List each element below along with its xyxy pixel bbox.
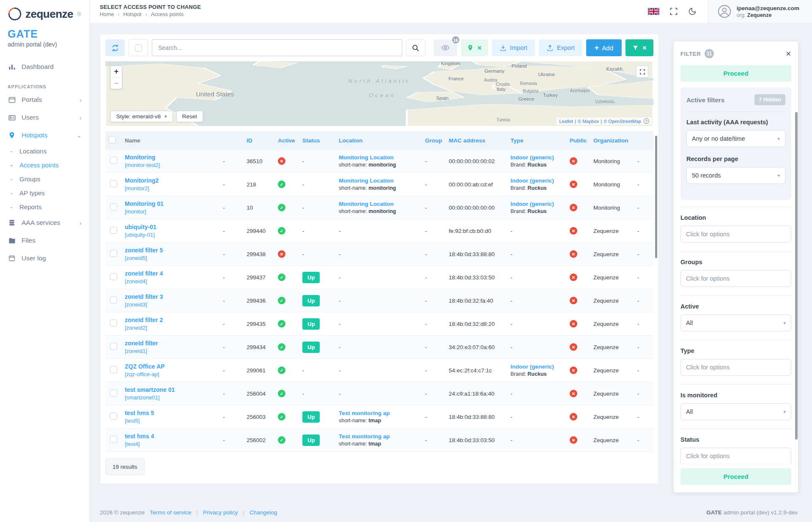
zoom-in-button[interactable]: + — [111, 66, 122, 77]
user-menu[interactable]: ipenaa@zequenze.com org: Zequenze — [708, 0, 812, 23]
ap-slug-link[interactable]: [ubiquity-01] — [125, 232, 216, 238]
visibility-button[interactable]: 16 — [433, 39, 457, 56]
filter-input[interactable]: Click for options — [680, 226, 791, 243]
language-flag-icon[interactable] — [648, 8, 659, 15]
location-link[interactable]: Monitoring Location — [339, 201, 418, 207]
row-checkbox[interactable] — [110, 436, 117, 443]
row-checkbox[interactable] — [110, 250, 117, 257]
fullscreen-icon[interactable] — [669, 7, 678, 16]
column-header[interactable]: Organization — [590, 131, 634, 150]
header-checkbox[interactable] — [109, 136, 116, 143]
filter-select[interactable]: Any or no date/time▾ — [686, 130, 785, 147]
row-checkbox[interactable] — [110, 180, 117, 187]
row-checkbox[interactable] — [110, 343, 117, 350]
breadcrumb-hotspot[interactable]: Hotspot — [123, 11, 142, 17]
ap-slug-link[interactable]: [test4] — [125, 441, 216, 447]
sidebar-item-dashboard[interactable]: Dashboard — [8, 58, 82, 76]
ap-slug-link[interactable]: [monitor2] — [125, 185, 216, 191]
map-reset-button[interactable]: Reset — [176, 111, 203, 122]
refresh-button[interactable] — [105, 39, 125, 56]
column-header[interactable]: Group — [422, 131, 445, 150]
type-link[interactable]: Indoor (generic) — [510, 201, 563, 207]
ap-slug-link[interactable]: [zoneid4] — [125, 278, 216, 284]
row-checkbox[interactable] — [110, 157, 117, 164]
location-link[interactable]: Test monitoring ap — [339, 433, 418, 440]
ap-name-link[interactable]: Monitoring — [125, 154, 216, 161]
dark-mode-moon-icon[interactable] — [688, 7, 697, 16]
sidebar-item-ap-types[interactable]: AP types — [8, 186, 82, 200]
filter-select[interactable]: All▾ — [680, 314, 791, 331]
sidebar-item-portals[interactable]: Portals › — [8, 91, 82, 109]
ap-slug-link[interactable]: [zqz-office-ap] — [125, 371, 216, 377]
sidebar-item-files[interactable]: Files — [8, 232, 82, 249]
breadcrumb-home[interactable]: Home — [100, 11, 114, 17]
row-checkbox[interactable] — [110, 273, 117, 280]
column-header[interactable]: MAC address — [445, 131, 507, 150]
filter-toggle-button[interactable]: ✕ — [625, 39, 653, 56]
row-checkbox[interactable] — [110, 413, 117, 420]
column-header[interactable]: Type — [507, 131, 566, 150]
mapbox-link[interactable]: © Mapbox — [578, 119, 599, 124]
ap-name-link[interactable]: zoneId filter 3 — [125, 293, 216, 300]
ap-name-link[interactable]: Monitoring2 — [125, 177, 216, 184]
ap-slug-link[interactable]: [monitor] — [125, 208, 216, 215]
filter-select[interactable]: All▾ — [680, 403, 791, 420]
filter-select[interactable]: 50 records▾ — [686, 167, 785, 184]
sidebar-item-users[interactable]: Users › — [8, 109, 82, 126]
column-header[interactable]: Name — [121, 131, 219, 150]
filter-input[interactable]: Click for options — [680, 359, 791, 376]
filter-input[interactable]: Click for options — [680, 270, 791, 287]
search-input[interactable] — [152, 39, 402, 56]
sidebar-item-locations[interactable]: Locations — [8, 144, 82, 158]
sidebar-toggle-icon[interactable] — [77, 10, 82, 18]
type-link[interactable]: Indoor (generic) — [510, 178, 563, 184]
ap-name-link[interactable]: test hms 5 — [125, 410, 216, 416]
export-button[interactable]: Export — [539, 39, 582, 56]
breadcrumb-access-points[interactable]: Access points — [151, 11, 184, 17]
info-icon[interactable]: ? — [644, 118, 649, 124]
type-link[interactable]: Indoor (generic) — [510, 154, 563, 161]
ap-name-link[interactable]: zoneId filter — [125, 340, 216, 347]
location-link[interactable]: Test monitoring ap — [339, 410, 418, 416]
row-checkbox[interactable] — [110, 366, 117, 373]
ap-slug-link[interactable]: [zoneid3] — [125, 301, 216, 308]
ap-name-link[interactable]: ZQZ Office AP — [125, 363, 216, 370]
column-header[interactable]: ID — [243, 131, 274, 150]
ap-name-link[interactable]: test hms 4 — [125, 433, 216, 440]
ap-name-link[interactable]: zoneId filter 2 — [125, 317, 216, 323]
osm-link[interactable]: © OpenStreetMap — [604, 119, 641, 124]
ap-name-link[interactable]: ubiquity-01 — [125, 224, 216, 230]
ap-name-link[interactable]: test smartzone 01 — [125, 386, 216, 393]
sidebar-item-reports[interactable]: Reports — [8, 200, 82, 214]
map-fullscreen-button[interactable] — [636, 66, 648, 78]
privacy-link[interactable]: Privacy policy — [203, 509, 238, 516]
toggle-map-button[interactable]: ✕ — [461, 39, 488, 56]
import-button[interactable]: Import — [492, 39, 535, 56]
leaflet-link[interactable]: Leaflet — [559, 119, 573, 124]
table-scrollbar-thumb[interactable] — [655, 136, 657, 258]
row-checkbox[interactable] — [110, 227, 117, 234]
ap-name-link[interactable]: zoneId filter 5 — [125, 247, 216, 254]
select-all-checkbox[interactable] — [135, 44, 142, 52]
sidebar-item-user-log[interactable]: User log — [8, 249, 82, 267]
search-button[interactable] — [406, 39, 425, 56]
sidebar-item-groups[interactable]: Groups — [8, 172, 82, 186]
location-link[interactable]: Monitoring Location — [339, 154, 418, 161]
ap-name-link[interactable]: Monitoring 01 — [125, 200, 216, 207]
filter-scrollbar-thumb[interactable] — [795, 112, 798, 440]
location-link[interactable]: Monitoring Location — [339, 178, 418, 184]
column-header[interactable]: Status — [299, 131, 335, 150]
ap-slug-link[interactable]: [zoneid2] — [125, 325, 216, 331]
ap-slug-link[interactable]: [zoneid5] — [125, 255, 216, 261]
row-checkbox[interactable] — [110, 320, 117, 327]
changelog-link[interactable]: Changelog — [250, 509, 277, 516]
sidebar-item-aaa-services[interactable]: AAA services › — [8, 214, 82, 232]
row-checkbox[interactable] — [110, 203, 117, 210]
filter-input[interactable]: Click for options — [680, 448, 791, 464]
proceed-button-top[interactable]: Proceed — [680, 65, 791, 82]
ap-slug-link[interactable]: [zoneid1] — [125, 348, 216, 354]
row-checkbox[interactable] — [110, 296, 117, 303]
column-header[interactable]: Location — [335, 131, 422, 150]
zoom-out-button[interactable]: − — [111, 77, 122, 89]
ap-name-link[interactable]: zoneId filter 4 — [125, 270, 216, 277]
